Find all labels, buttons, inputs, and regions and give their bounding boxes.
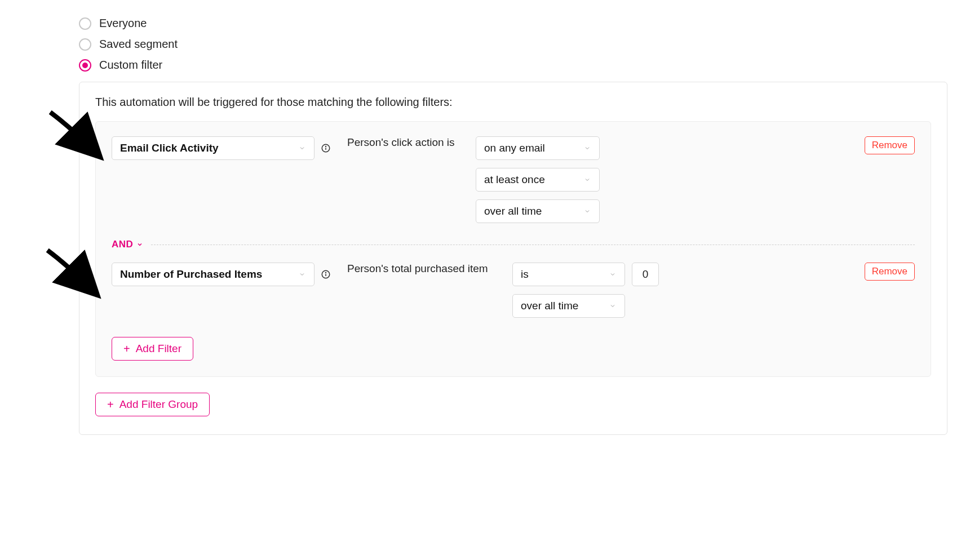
panel-intro-text: This automation will be triggered for th…: [95, 96, 931, 109]
condition-select-frequency[interactable]: at least once: [476, 168, 600, 192]
plus-icon: +: [123, 343, 130, 354]
filter-row-1: Email Click Activity Person's click acti…: [112, 136, 915, 223]
audience-radio-group: Everyone Saved segment Custom filter: [79, 17, 947, 72]
filter-mid-label: Person's click action is: [347, 136, 455, 149]
radio-label: Saved segment: [99, 38, 178, 51]
info-icon[interactable]: [320, 269, 331, 280]
chevron-down-icon: [583, 176, 591, 184]
svg-point-5: [326, 273, 326, 273]
chevron-down-icon: [298, 144, 306, 152]
and-label-text: AND: [112, 239, 133, 250]
radio-custom-filter[interactable]: Custom filter: [79, 59, 947, 72]
and-operator-toggle[interactable]: AND: [112, 239, 143, 250]
filter-attribute-select[interactable]: Email Click Activity: [112, 136, 315, 160]
add-filter-label: Add Filter: [136, 343, 181, 355]
radio-dot-icon: [82, 63, 88, 68]
radio-label: Custom filter: [99, 59, 162, 72]
filter-panel: This automation will be triggered for th…: [79, 82, 947, 435]
operator-select[interactable]: is: [512, 263, 625, 286]
remove-wrap: Remove: [865, 136, 915, 154]
radio-label: Everyone: [99, 17, 147, 30]
filter-conditions-col: on any email at least once over all time: [476, 136, 600, 223]
select-value: on any email: [484, 142, 545, 154]
filter-attribute-select[interactable]: Number of Purchased Items: [112, 263, 315, 286]
chevron-down-icon: [583, 207, 591, 215]
select-value: Email Click Activity: [120, 142, 219, 154]
radio-everyone[interactable]: Everyone: [79, 17, 947, 30]
divider-line: [151, 245, 915, 245]
condition-select-timeframe[interactable]: over all time: [476, 199, 600, 223]
and-divider: AND: [112, 239, 915, 250]
chevron-down-icon: [609, 270, 617, 278]
condition-select-timeframe[interactable]: over all time: [512, 294, 625, 318]
filter-mid-col: Person's total purchased item: [347, 263, 502, 275]
filter-conditions-col: is 0 over all time: [512, 263, 659, 318]
add-filter-button[interactable]: + Add Filter: [112, 337, 193, 361]
select-value: over all time: [484, 205, 542, 217]
select-value: over all time: [521, 300, 578, 312]
condition-select-email[interactable]: on any email: [476, 136, 600, 160]
radio-circle-selected-icon: [79, 59, 91, 72]
add-filter-group-button[interactable]: + Add Filter Group: [95, 393, 210, 416]
filter-attribute-wrap: Email Click Activity: [112, 136, 337, 160]
filter-mid-col: Person's click action is: [347, 136, 466, 149]
filter-group: Email Click Activity Person's click acti…: [95, 121, 931, 377]
filter-attribute-wrap: Number of Purchased Items: [112, 263, 337, 286]
plus-icon: +: [107, 399, 114, 410]
select-value: Number of Purchased Items: [120, 268, 262, 281]
select-value: is: [521, 268, 529, 281]
remove-filter-button[interactable]: Remove: [865, 136, 915, 154]
operator-value-row: is 0: [512, 263, 659, 286]
chevron-down-icon: [583, 144, 591, 152]
info-icon[interactable]: [320, 143, 331, 154]
select-value: at least once: [484, 174, 545, 186]
remove-wrap: Remove: [865, 263, 915, 281]
remove-filter-button[interactable]: Remove: [865, 263, 915, 281]
svg-point-2: [326, 146, 326, 147]
add-filter-wrap: + Add Filter: [112, 337, 915, 361]
value-text: 0: [643, 268, 649, 281]
add-filter-group-label: Add Filter Group: [119, 398, 198, 411]
radio-circle-icon: [79, 38, 91, 51]
remove-label: Remove: [872, 140, 907, 151]
value-input[interactable]: 0: [632, 263, 659, 286]
chevron-down-icon: [298, 270, 306, 278]
radio-circle-icon: [79, 17, 91, 30]
chevron-down-icon: [136, 241, 143, 248]
remove-label: Remove: [872, 266, 907, 277]
filter-mid-label: Person's total purchased item: [347, 263, 488, 275]
filter-row-2: Number of Purchased Items Person's total…: [112, 263, 915, 318]
chevron-down-icon: [609, 302, 617, 310]
radio-saved-segment[interactable]: Saved segment: [79, 38, 947, 51]
